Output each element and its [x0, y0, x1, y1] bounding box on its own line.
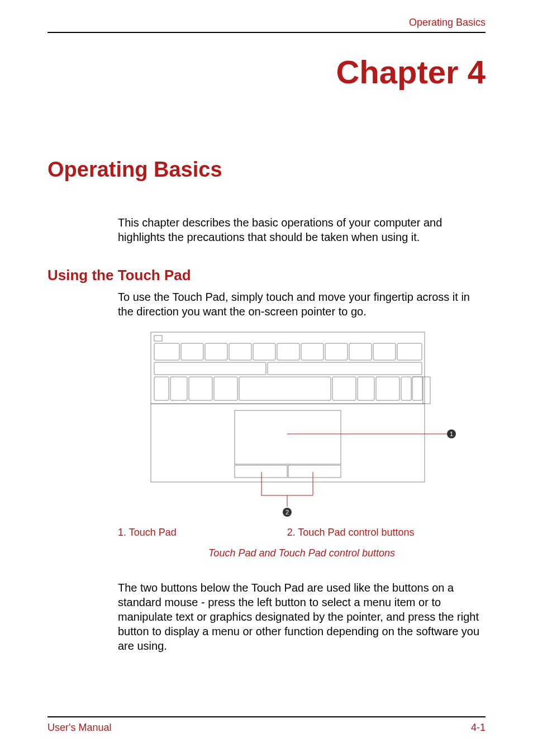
svg-rect-26	[235, 410, 341, 464]
svg-rect-19	[239, 377, 331, 400]
svg-rect-20	[332, 377, 356, 400]
touchpad-diagram: 1 2	[145, 328, 458, 523]
touchpad-body-text: The two buttons below the Touch Pad are …	[118, 580, 486, 653]
subsection-body: To use the Touch Pad, simply touch and m…	[47, 290, 486, 662]
svg-rect-11	[373, 343, 396, 360]
chapter-heading: Chapter 4	[47, 53, 486, 91]
touchpad-intro-text: To use the Touch Pad, simply touch and m…	[118, 290, 486, 319]
figure-caption: Touch Pad and Touch Pad control buttons	[118, 547, 486, 559]
svg-rect-17	[189, 377, 212, 400]
page-footer: User's Manual 4-1	[47, 705, 486, 734]
svg-rect-24	[412, 377, 422, 400]
svg-rect-21	[358, 377, 374, 400]
svg-rect-16	[170, 377, 187, 400]
legend-item-2: 2. Touch Pad control buttons	[287, 527, 486, 538]
svg-rect-9	[325, 343, 348, 360]
svg-rect-25	[151, 404, 425, 482]
subsection-title: Using the Touch Pad	[47, 267, 486, 284]
header-rule	[47, 32, 486, 33]
svg-rect-3	[181, 343, 203, 360]
svg-rect-28	[288, 465, 341, 478]
content-body: This chapter describes the basic operati…	[47, 215, 486, 267]
svg-rect-4	[205, 343, 227, 360]
chapter-intro-text: This chapter describes the basic operati…	[118, 215, 486, 244]
svg-rect-15	[154, 377, 169, 400]
svg-rect-18	[214, 377, 237, 400]
svg-rect-22	[376, 377, 399, 400]
footer-right: 4-1	[471, 722, 486, 734]
section-title: Operating Basics	[47, 158, 486, 182]
svg-rect-12	[397, 343, 422, 360]
footer-left: User's Manual	[47, 722, 111, 734]
svg-rect-27	[235, 465, 287, 478]
svg-rect-6	[253, 343, 275, 360]
callout-two-label: 2	[285, 509, 289, 516]
svg-rect-10	[349, 343, 372, 360]
footer-rule	[47, 716, 486, 717]
callout-one-label: 1	[450, 431, 453, 437]
figure-legend: 1. Touch Pad 2. Touch Pad control button…	[118, 527, 486, 538]
legend-item-1: 1. Touch Pad	[118, 527, 287, 538]
svg-rect-23	[401, 377, 411, 400]
svg-rect-13	[154, 362, 266, 375]
header-label: Operating Basics	[47, 17, 486, 32]
svg-rect-2	[154, 343, 179, 360]
svg-rect-14	[268, 362, 422, 375]
svg-rect-7	[277, 343, 299, 360]
touchpad-figure: 1 2 1. Touch Pad 2. Touch Pad control bu…	[118, 328, 486, 571]
svg-rect-1	[154, 336, 162, 341]
svg-rect-5	[229, 343, 251, 360]
document-page: Operating Basics Chapter 4 Operating Bas…	[0, 0, 533, 756]
svg-rect-8	[301, 343, 323, 360]
